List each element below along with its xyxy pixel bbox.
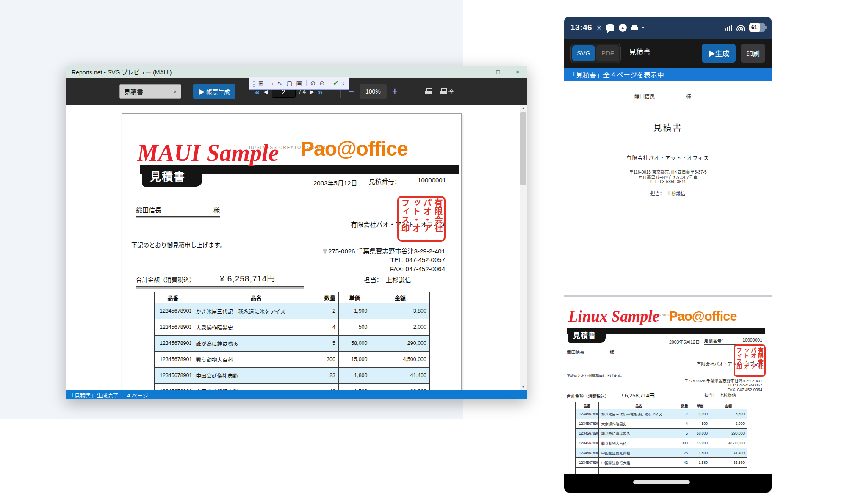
selection-frame-icon[interactable]: ▣ (296, 80, 302, 86)
clock: 13:46 (570, 23, 592, 32)
item-unit-price: 58,000 (690, 429, 710, 438)
floating-tools-toolbar[interactable]: ⊞▭↖▢▣⊘⊙✔‹ (249, 77, 349, 90)
zoom-level-value[interactable]: 100% (360, 84, 387, 99)
generate-report-button[interactable]: ▶ 帳票生成 (193, 84, 235, 99)
item-qty: 5 (321, 335, 339, 351)
column-header: 数量 (679, 402, 690, 409)
item-unit-price: 1,800 (339, 367, 371, 383)
print-controls: 全 (425, 87, 454, 96)
item-name: かき氷屋三代記―我永遠に氷をアイスー (191, 303, 321, 319)
item-code: 1234567890124 (154, 319, 191, 335)
print-page-button[interactable] (425, 88, 432, 95)
column-header: 金額 (371, 292, 430, 303)
zoom-in-button[interactable]: + (392, 87, 398, 96)
table-row-partial (576, 468, 747, 475)
scroll-up-icon[interactable]: ▲ (520, 105, 527, 111)
item-name: 大衆操作暗黒史 (598, 419, 679, 429)
print-all-button[interactable]: 全 (440, 87, 454, 96)
collapse-chevron-icon[interactable]: ‹ (342, 80, 344, 87)
item-unit-price: 500 (690, 419, 710, 429)
notification-star-icon: ✳ (596, 25, 602, 31)
total-value: \ 6,258,714円 (622, 391, 655, 399)
vertical-scrollbar[interactable]: ▲ ▼ (520, 105, 527, 390)
scrollbar-thumb[interactable] (520, 112, 526, 185)
item-name: 誰が為に鐘は鳴る (598, 429, 679, 438)
info-message: 「見積書」全４ページを表示中 (569, 69, 664, 80)
item-code: 1234567890124 (576, 419, 599, 429)
item-amount: 2,000 (371, 319, 430, 335)
column-header: 金額 (710, 402, 747, 409)
document-preview-area: BUSINESS CREATOR'S SOLUTION Pao@office M… (66, 105, 527, 390)
generate-button[interactable]: ▶生成 (702, 44, 736, 63)
update-circle-icon: ▲ (619, 24, 627, 32)
region-icon[interactable]: ▢ (286, 80, 292, 86)
table-header-row: 品番 品名 数量 単価 金額 (576, 402, 747, 409)
print-button[interactable]: 印刷 (741, 44, 765, 63)
total-amount-row: 合計金額（消費税込） \ 6,258,714円 (567, 391, 671, 401)
printer-icon (440, 88, 447, 95)
zoom-out-button[interactable]: − (349, 87, 354, 96)
item-unit-price: 1,900 (339, 303, 371, 319)
table-header-row: 品番 品名 数量 単価 金額 (154, 292, 430, 303)
status-bar: 「見積書」生成完了 ― 4 ページ (66, 390, 527, 399)
tab-pdf[interactable]: PDF (596, 45, 619, 61)
report-type-dropdown[interactable]: 見積書 ∨ (119, 84, 181, 99)
valid-check-icon[interactable]: ✔ (329, 80, 338, 87)
report-designer-icon[interactable]: ⊞ (258, 80, 264, 86)
printer-icon (425, 88, 432, 95)
export-image-icon[interactable]: ▭ (268, 80, 274, 86)
pao-office-logo: Pao@office (301, 137, 408, 160)
accessibility-icon[interactable]: ⊙ (319, 80, 325, 86)
close-button[interactable]: × (508, 66, 527, 78)
quote-number-value: 10000001 (418, 176, 446, 185)
disabled-icon[interactable]: ⊘ (306, 80, 316, 86)
table-row: 1234567890123 かき氷屋三代記―我永遠に氷をアイスー 2 1,900… (576, 409, 747, 419)
signal-strength-icon (725, 25, 732, 31)
customer-row: 織田信長 様 (567, 349, 614, 356)
chevron-down-icon: ∨ (173, 89, 177, 94)
item-amount: 66,360 (371, 383, 430, 390)
phone-status-bar: 13:46 ✳ ▲ 61 (564, 17, 772, 39)
column-header: 品名 (598, 402, 679, 409)
minimize-button[interactable]: − (469, 66, 488, 78)
toolbar-separator (412, 85, 412, 98)
item-amount: 3,800 (371, 303, 430, 319)
customer-name: 織田信長 (567, 349, 584, 355)
report-name-input[interactable]: 見積書 (628, 45, 686, 61)
pointer-select-icon[interactable]: ↖ (277, 80, 283, 86)
table-row: 1234567890125 誰が為に鐘は鳴る 5 58,000 290,000 (154, 335, 430, 351)
floating-toolbar-icons: ⊞▭↖▢▣⊘⊙✔‹ (258, 80, 346, 87)
item-amount: 290,000 (710, 429, 747, 438)
total-value: ¥ 6,258,714円 (220, 272, 275, 284)
item-unit-price: 1,800 (690, 448, 710, 458)
drag-handle[interactable] (253, 80, 255, 87)
phone-invoice-page-1: 織田信長 様 見積書 有限会社パオ・アット・オフィス 〒116-0013 東京都… (564, 81, 772, 295)
item-qty: 5 (679, 429, 690, 438)
item-name: 中国拳法修行大鑑 (598, 458, 679, 468)
tab-svg[interactable]: SVG (572, 45, 595, 61)
document-title: 見積書 (564, 121, 772, 133)
items-table: 品番 品名 数量 単価 金額 1234567890123 かき氷屋三代記―我永遠… (575, 402, 747, 474)
company-tel: TEL: 047-452-0057 (390, 256, 445, 263)
status-message: 「見積書」生成完了 ― 4 ページ (69, 391, 148, 399)
item-code: 1234567890126 (154, 351, 191, 367)
table-row: 1234567890126 戦う動物大百科 300 15,000 4,500,0… (576, 438, 747, 448)
item-qty: 300 (679, 438, 690, 448)
table-row: 1234567890123 かき氷屋三代記―我永遠に氷をアイスー 2 1,900… (154, 303, 430, 319)
scroll-down-icon[interactable]: ▼ (520, 383, 527, 390)
item-unit-price: 1,580 (690, 458, 710, 468)
window-controls: − □ × (469, 66, 527, 78)
column-header: 品番 (154, 292, 191, 303)
item-qty: 42 (679, 458, 690, 468)
maximize-button[interactable]: □ (488, 66, 508, 78)
item-qty: 4 (679, 419, 690, 429)
format-segmented-control: SVG PDF (570, 44, 621, 63)
customer-name: 織田信長 (136, 205, 161, 214)
item-qty: 4 (321, 319, 339, 335)
home-indicator[interactable] (633, 480, 690, 484)
table-row: 1234567890124 大衆操作暗黒史 4 500 2,000 (576, 419, 747, 429)
invoice-page: BUSINESS CREATOR'S SOLUTION Pao@office M… (122, 113, 462, 390)
sample-watermark: Linux Sample (568, 307, 659, 325)
item-name: かき氷屋三代記―我永遠に氷をアイスー (598, 409, 679, 419)
invoice-date: 2003年5月12日 (669, 339, 700, 345)
